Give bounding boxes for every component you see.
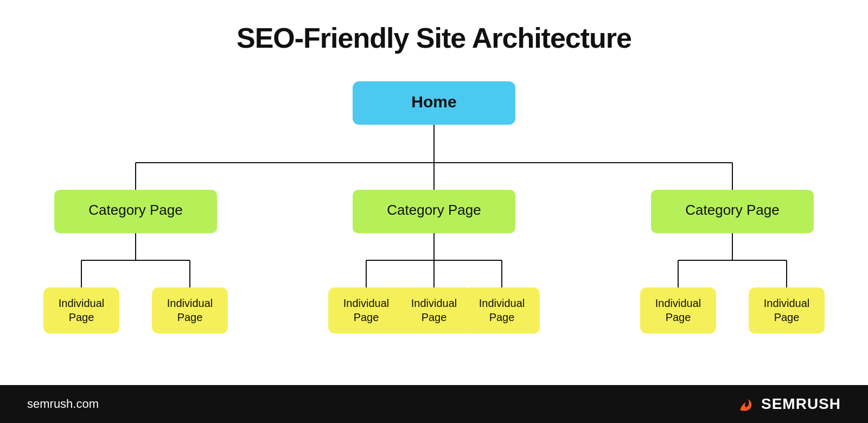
individual-node-2-2 <box>396 287 472 334</box>
individual-label-1-2: Individual <box>167 297 213 309</box>
individual-node-1-2 <box>152 287 228 334</box>
home-label: Home <box>411 93 456 111</box>
individual-label-2-1: Individual <box>343 297 390 309</box>
semrush-logo-icon <box>736 394 756 414</box>
footer-domain: semrush.com <box>27 397 99 411</box>
category-label-2: Category Page <box>387 202 481 218</box>
footer: semrush.com SEMRUSH <box>0 385 868 423</box>
individual-label-2-3: Individual <box>479 297 525 309</box>
individual-node-2-3 <box>464 287 540 334</box>
individual-node-2-1 <box>328 287 404 334</box>
individual-label-2-3b: Page <box>489 311 515 323</box>
footer-logo: SEMRUSH <box>736 394 841 414</box>
individual-label-2-2: Individual <box>411 297 457 309</box>
individual-node-3-1 <box>640 287 716 334</box>
architecture-diagram: Home Category Page Category Page Categor… <box>33 76 835 358</box>
individual-label-2-2b: Page <box>422 311 447 323</box>
individual-label-3-1b: Page <box>666 311 691 323</box>
svg-point-18 <box>741 406 745 410</box>
individual-label-1-2b: Page <box>177 311 203 323</box>
main-content: SEO-Friendly Site Architecture Home Cate… <box>0 0 868 385</box>
individual-label-3-2b: Page <box>774 311 800 323</box>
individual-label-1-1b: Page <box>69 311 94 323</box>
individual-label-3-1: Individual <box>655 297 701 309</box>
category-label-1: Category Page <box>88 202 182 218</box>
individual-node-1-1 <box>43 287 119 334</box>
individual-label-1-1: Individual <box>59 297 105 309</box>
individual-node-3-2 <box>749 287 825 334</box>
diagram: Home Category Page Category Page Categor… <box>33 76 835 374</box>
page-title: SEO-Friendly Site Architecture <box>237 22 631 54</box>
footer-brand: SEMRUSH <box>761 395 841 413</box>
individual-label-3-2: Individual <box>764 297 810 309</box>
category-label-3: Category Page <box>685 202 779 218</box>
individual-label-2-1b: Page <box>354 311 379 323</box>
